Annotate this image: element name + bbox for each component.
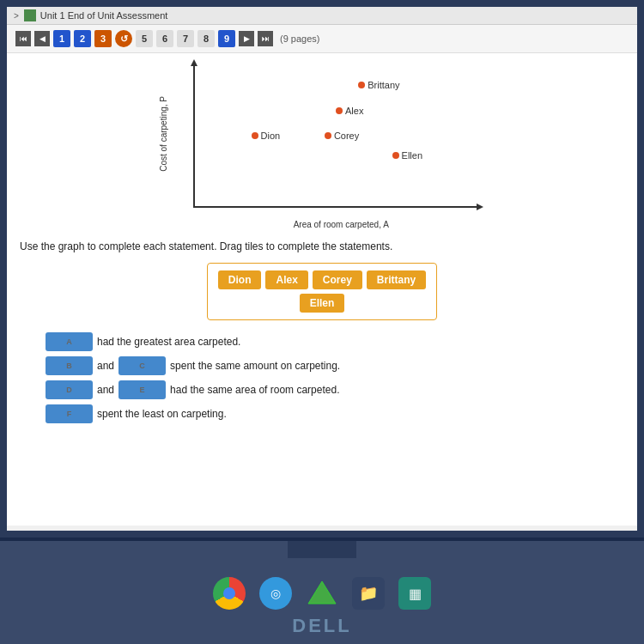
breadcrumb-arrow: > bbox=[14, 11, 19, 21]
files-icon[interactable]: 📁 bbox=[352, 577, 385, 610]
x-axis-arrow bbox=[477, 204, 483, 210]
answer-slot-e[interactable]: E bbox=[118, 380, 166, 399]
tile-corey[interactable]: Corey bbox=[313, 270, 362, 289]
statement-4-text: spent the least on carpeting. bbox=[97, 408, 227, 420]
label-brittany: Brittany bbox=[368, 80, 399, 90]
tile-dion[interactable]: Dion bbox=[218, 270, 262, 289]
monitor-stand bbox=[288, 541, 356, 558]
statement-row-1: A had the greatest area carpeted. bbox=[46, 332, 624, 351]
tiles-container: Dion Alex Corey Brittany Ellen bbox=[20, 263, 624, 320]
statement-row-2: B and C spent the same amount on carpeti… bbox=[46, 356, 624, 375]
data-point-alex: Alex bbox=[336, 106, 363, 116]
page-8-button[interactable]: 8 bbox=[197, 30, 215, 47]
page-2-button[interactable]: 2 bbox=[74, 30, 91, 47]
statement-1-text: had the greatest area carpeted. bbox=[97, 336, 240, 348]
slot-f-badge: F bbox=[67, 410, 72, 418]
page-3-button[interactable]: 3 bbox=[94, 30, 112, 47]
nav-prev-button[interactable]: ◀ bbox=[34, 31, 50, 46]
tiles-row-2: Ellen bbox=[300, 294, 345, 313]
page-6-button[interactable]: 6 bbox=[156, 30, 173, 47]
dot-dion bbox=[252, 132, 258, 139]
blue-app-icon[interactable]: ◎ bbox=[259, 577, 292, 610]
slot-b-badge: B bbox=[66, 361, 72, 370]
taskbar: ◎ 📁 ▦ DELL bbox=[0, 541, 644, 644]
drive-icon[interactable] bbox=[306, 577, 338, 610]
label-alex: Alex bbox=[345, 106, 363, 116]
graph-container: Cost of carpeting, P Brittany bbox=[20, 62, 624, 234]
statement-2-and: and bbox=[97, 360, 114, 372]
page-9-button[interactable]: 9 bbox=[218, 30, 235, 47]
dot-corey bbox=[325, 132, 331, 139]
statement-row-4: F spent the least on carpeting. bbox=[46, 404, 624, 423]
nav-last-button[interactable]: ⏭ bbox=[258, 31, 273, 46]
slot-d-badge: D bbox=[66, 386, 72, 394]
nav-first-button[interactable]: ⏮ bbox=[15, 31, 31, 46]
taskbar-icons: ◎ 📁 ▦ bbox=[213, 577, 431, 610]
toolbar: ⏮ ◀ 1 2 3 ↺ 5 6 7 8 9 ▶ ⏭ (9 pages) bbox=[7, 25, 637, 53]
title-bar: > Unit 1 End of Unit Assessment bbox=[7, 7, 637, 25]
dell-logo: DELL bbox=[292, 615, 351, 637]
statements-container: A had the greatest area carpeted. B and … bbox=[20, 332, 624, 423]
y-axis-label: Cost of carpeting, P bbox=[159, 96, 168, 172]
dot-ellen bbox=[392, 152, 399, 159]
page-1-button[interactable]: 1 bbox=[53, 30, 70, 47]
dot-alex bbox=[336, 107, 343, 114]
slot-c-badge: C bbox=[139, 361, 145, 370]
page-icon bbox=[24, 9, 36, 21]
graph-wrapper: Cost of carpeting, P Brittany bbox=[159, 62, 485, 234]
page-5-button[interactable]: 5 bbox=[136, 30, 153, 47]
label-dion: Dion bbox=[261, 131, 281, 141]
label-corey: Corey bbox=[334, 131, 359, 141]
instruction-text: Use the graph to complete each statement… bbox=[20, 240, 624, 252]
main-content: Cost of carpeting, P Brittany bbox=[7, 53, 637, 526]
svg-marker-0 bbox=[308, 581, 336, 604]
graph-area: Brittany Alex Dion bbox=[193, 66, 477, 208]
page-7-button[interactable]: 7 bbox=[177, 30, 194, 47]
answer-slot-c[interactable]: C bbox=[118, 356, 166, 375]
label-ellen: Ellen bbox=[402, 150, 422, 161]
answer-slot-a[interactable]: A bbox=[46, 332, 93, 351]
tile-ellen[interactable]: Ellen bbox=[300, 294, 345, 313]
answer-slot-d[interactable]: D bbox=[46, 380, 93, 399]
dot-brittany bbox=[358, 82, 365, 88]
chrome-icon[interactable] bbox=[213, 577, 246, 610]
statement-3-text: had the same area of room carpeted. bbox=[170, 384, 339, 396]
data-point-corey: Corey bbox=[325, 131, 359, 141]
statement-2-text: spent the same amount on carpeting. bbox=[170, 360, 340, 372]
tile-brittany[interactable]: Brittany bbox=[367, 270, 426, 289]
nav-next-button[interactable]: ▶ bbox=[239, 31, 254, 46]
data-point-brittany: Brittany bbox=[358, 80, 399, 90]
data-point-dion: Dion bbox=[252, 131, 281, 141]
answer-slot-f[interactable]: F bbox=[46, 404, 93, 423]
statement-row-3: D and E had the same area of room carpet… bbox=[46, 380, 624, 399]
screen: > Unit 1 End of Unit Assessment ⏮ ◀ 1 2 … bbox=[7, 7, 637, 531]
data-point-ellen: Ellen bbox=[392, 150, 422, 161]
slot-a-badge: A bbox=[66, 337, 72, 346]
pages-label: (9 pages) bbox=[280, 33, 319, 44]
tile-alex[interactable]: Alex bbox=[265, 270, 307, 289]
statement-3-and: and bbox=[97, 384, 114, 396]
x-axis-label: Area of room carpeted, A bbox=[294, 220, 389, 229]
answer-slot-b[interactable]: B bbox=[46, 356, 93, 375]
page-title: Unit 1 End of Unit Assessment bbox=[40, 10, 168, 21]
app-icon[interactable]: ▦ bbox=[398, 577, 431, 610]
monitor: > Unit 1 End of Unit Assessment ⏮ ◀ 1 2 … bbox=[0, 0, 644, 541]
tiles-box: Dion Alex Corey Brittany Ellen bbox=[207, 263, 437, 320]
tiles-row-1: Dion Alex Corey Brittany bbox=[218, 270, 426, 289]
slot-e-badge: E bbox=[140, 386, 145, 394]
y-axis-arrow bbox=[191, 59, 197, 66]
page-refresh-button[interactable]: ↺ bbox=[115, 30, 132, 47]
